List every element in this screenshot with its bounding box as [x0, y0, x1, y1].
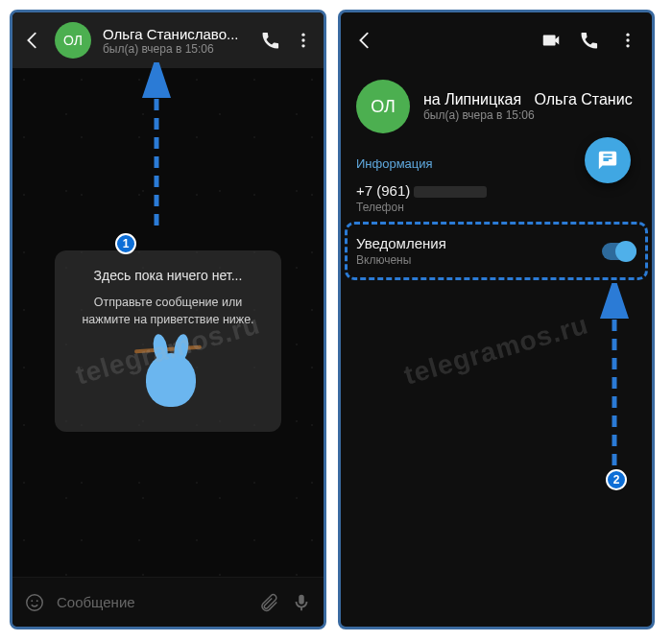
empty-text: Отправьте сообщение или нажмите на приве… [70, 295, 266, 328]
phone-icon[interactable] [579, 30, 600, 51]
notifications-toggle[interactable] [602, 243, 636, 260]
phone-masked [414, 186, 487, 198]
message-input[interactable] [57, 585, 247, 620]
chat-header: ОЛ Ольга Станиславо... был(а) вчера в 15… [12, 12, 324, 68]
phone-label: Телефон [356, 201, 636, 214]
svg-point-0 [301, 34, 304, 36]
chat-title-block[interactable]: Ольга Станиславо... был(а) вчера в 15:06 [103, 26, 249, 56]
back-icon[interactable] [354, 30, 375, 51]
bunny-sticker [146, 353, 196, 407]
video-icon[interactable] [540, 30, 562, 51]
profile-header [341, 12, 652, 68]
mic-icon[interactable] [291, 592, 312, 613]
notifications-state: Включены [356, 253, 602, 267]
more-icon[interactable] [617, 30, 638, 51]
profile-screen: ОЛ на Липницкая Ольга Станис был(а) вчер… [338, 10, 655, 629]
svg-point-7 [626, 38, 629, 41]
avatar[interactable]: ОЛ [55, 22, 91, 59]
phone-icon[interactable] [260, 30, 281, 51]
smile-icon[interactable] [24, 592, 45, 613]
last-seen: был(а) вчера в 15:06 [423, 108, 636, 122]
notifications-row[interactable]: Уведомления Включены [341, 226, 652, 276]
svg-point-2 [301, 44, 304, 47]
greeting-sticker[interactable] [125, 340, 211, 416]
chat-name: Ольга Станиславо... [103, 26, 249, 42]
last-seen: был(а) вчера в 15:06 [103, 42, 249, 56]
phone-value: +7 (961) [356, 182, 636, 199]
watermark: telegramos.ru [400, 309, 591, 391]
svg-point-5 [36, 600, 38, 602]
empty-title: Здесь пока ничего нет... [70, 268, 266, 283]
more-icon[interactable] [293, 30, 314, 51]
svg-point-6 [626, 34, 629, 36]
empty-chat-card[interactable]: Здесь пока ничего нет... Отправьте сообщ… [55, 250, 281, 432]
svg-point-8 [626, 44, 629, 47]
annotation-badge-1: 1 [115, 233, 136, 254]
annotation-badge-2: 2 [606, 469, 627, 490]
attach-icon[interactable] [258, 592, 279, 613]
svg-point-3 [27, 594, 43, 610]
avatar[interactable]: ОЛ [356, 80, 410, 133]
notifications-title: Уведомления [356, 235, 602, 251]
message-fab[interactable] [585, 137, 631, 183]
chat-screen: ОЛ Ольга Станиславо... был(а) вчера в 15… [10, 10, 326, 629]
message-input-bar [12, 577, 324, 627]
svg-point-1 [301, 38, 304, 41]
svg-point-4 [31, 600, 33, 602]
profile-name: на Липницкая Ольга Станис [423, 91, 636, 108]
back-icon[interactable] [22, 30, 43, 51]
